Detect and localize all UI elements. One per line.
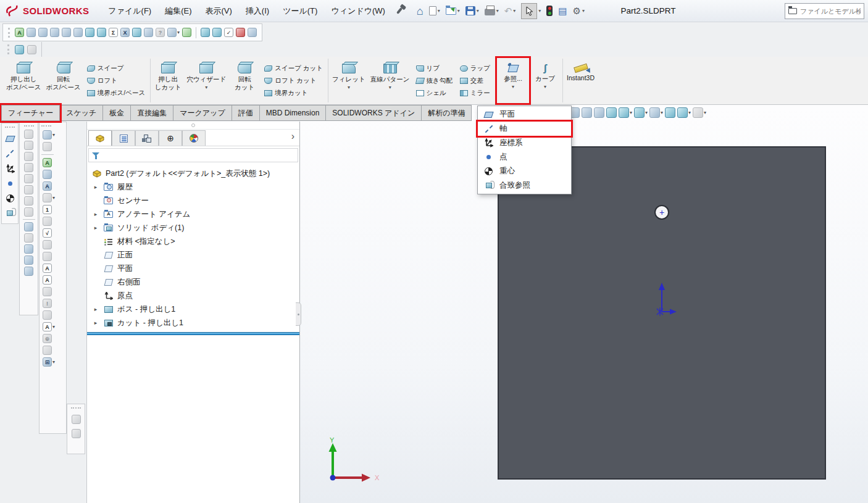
menu-file[interactable]: ファイル(F) bbox=[101, 2, 158, 20]
assembly-visualization-icon[interactable] bbox=[201, 28, 210, 37]
geometry-check-icon[interactable] bbox=[85, 28, 94, 37]
mate-diagnostics-icon[interactable] bbox=[27, 45, 36, 54]
view-top-icon[interactable] bbox=[24, 174, 33, 183]
expand-arrow-icon[interactable] bbox=[93, 211, 99, 217]
dropdown-arrow-icon[interactable]: ▾ bbox=[52, 359, 55, 365]
datum-tag-icon[interactable]: A bbox=[43, 264, 52, 273]
view-isometric-icon[interactable] bbox=[24, 196, 33, 206]
tab-analysis-preparation[interactable]: 解析の準備 bbox=[422, 105, 472, 121]
tree-item-annotations[interactable]: アノテート アイテム bbox=[87, 207, 299, 221]
dropdown-arrow-icon[interactable]: ▾ bbox=[661, 110, 663, 115]
apply-scene-icon[interactable]: ▾ bbox=[677, 107, 691, 118]
coordinate-system-icon[interactable] bbox=[5, 164, 15, 173]
process-step-icon[interactable] bbox=[72, 429, 81, 438]
expand-arrow-icon[interactable] bbox=[93, 320, 99, 326]
panel-collapse-handle[interactable] bbox=[296, 302, 301, 326]
magnifier-icon[interactable] bbox=[43, 217, 52, 226]
tab-sketch[interactable]: スケッチ bbox=[60, 105, 103, 121]
dropdown-arrow-icon[interactable]: ▾ bbox=[348, 84, 350, 91]
smart-dimension-icon[interactable]: ▾ bbox=[43, 130, 55, 139]
dropdown-arrow-icon[interactable]: ▾ bbox=[457, 8, 460, 14]
dropdown-arrow-icon[interactable]: ▾ bbox=[538, 8, 541, 14]
tree-root-part[interactable]: Part2 (デフォルト<<デフォルト>_表示状態 1>) bbox=[87, 167, 299, 180]
feature-check-icon[interactable] bbox=[97, 28, 106, 37]
extrude-cut-button[interactable]: 押し出 しカット bbox=[152, 58, 184, 103]
tab-direct-editing[interactable]: 直接編集 bbox=[131, 105, 173, 121]
view-front-icon[interactable] bbox=[24, 130, 33, 139]
tree-filter-bar[interactable] bbox=[88, 148, 298, 162]
thickness-analysis-icon[interactable] bbox=[144, 28, 153, 37]
hole-wizard-button[interactable]: 穴ウィザード ▾ bbox=[184, 58, 228, 103]
expand-arrow-icon[interactable] bbox=[93, 225, 99, 231]
linear-pattern-button[interactable]: 直線パターン ▾ bbox=[368, 58, 412, 103]
view-left-icon[interactable] bbox=[24, 152, 33, 161]
loft-button[interactable]: ロフト bbox=[87, 76, 145, 86]
home-icon[interactable]: ⌂ bbox=[417, 6, 424, 16]
display-style-icon[interactable]: ▾ bbox=[619, 107, 632, 118]
tab-configuration-manager[interactable] bbox=[135, 130, 159, 146]
equations-icon[interactable]: Σ bbox=[109, 28, 118, 37]
interference-detection-icon[interactable]: X bbox=[120, 28, 130, 37]
format-painter-icon[interactable] bbox=[43, 170, 52, 179]
design-checker-icon[interactable]: ✓ bbox=[224, 28, 233, 37]
intersect-button[interactable]: 交差 bbox=[460, 76, 490, 86]
section-properties-icon[interactable] bbox=[50, 28, 59, 37]
projected-view-icon[interactable] bbox=[43, 240, 52, 249]
check-spelling-icon[interactable]: √ bbox=[43, 228, 52, 238]
center-mark-icon[interactable]: ⊕ bbox=[43, 334, 52, 343]
reference-geometry-button[interactable]: 参照... ▾ bbox=[497, 58, 529, 103]
tree-item-cut-extrude[interactable]: カット - 押し出し1 bbox=[87, 316, 299, 330]
hole-feature[interactable] bbox=[654, 205, 669, 220]
dropdown-arrow-icon[interactable]: ▾ bbox=[477, 8, 479, 14]
menu-window[interactable]: ウィンドウ(W) bbox=[324, 2, 391, 20]
display-states-icon[interactable] bbox=[24, 244, 33, 254]
paste-appearance-icon[interactable] bbox=[24, 267, 33, 276]
auto-dimension-icon[interactable] bbox=[43, 142, 52, 151]
view-settings-icon[interactable]: ▾ bbox=[693, 107, 706, 118]
new-document-icon[interactable]: ▾ bbox=[429, 6, 440, 15]
tab-display-manager[interactable] bbox=[182, 130, 206, 146]
dropdown-arrow-icon[interactable]: ▾ bbox=[704, 110, 706, 115]
tree-item-sensors[interactable]: センサー bbox=[87, 194, 299, 207]
view-orientation-icon[interactable] bbox=[606, 107, 617, 118]
tree-item-right-plane[interactable]: 右側面 bbox=[87, 275, 299, 289]
sensors-tool-icon[interactable]: ▾ bbox=[167, 28, 180, 37]
center-of-mass-icon[interactable] bbox=[5, 193, 15, 203]
dropdown-arrow-icon[interactable]: ▾ bbox=[513, 8, 515, 14]
fillet-button[interactable]: フィレット ▾ bbox=[330, 58, 368, 103]
weld-bead-icon[interactable] bbox=[43, 287, 52, 296]
dropdown-arrow-icon[interactable]: ▾ bbox=[645, 110, 648, 115]
tab-dimxpert-manager[interactable]: ⊕ bbox=[159, 130, 182, 146]
search-box[interactable] bbox=[785, 3, 864, 19]
view-back-icon[interactable] bbox=[24, 141, 33, 150]
view-dimetric-icon[interactable] bbox=[24, 207, 33, 217]
rollback-bar[interactable] bbox=[87, 332, 299, 335]
zoom-area-icon[interactable] bbox=[582, 107, 592, 118]
view-cube-icon[interactable]: ▾ bbox=[634, 107, 648, 118]
wrap-button[interactable]: ラップ bbox=[460, 64, 490, 73]
plane-icon[interactable] bbox=[5, 134, 15, 144]
tab-solidworks-addins[interactable]: SOLIDWORKS アドイン bbox=[326, 105, 422, 121]
expand-panel-icon[interactable]: › bbox=[291, 131, 294, 142]
copy-appearance-icon[interactable] bbox=[24, 256, 33, 265]
mass-properties-icon[interactable] bbox=[38, 28, 48, 37]
tree-item-solid-bodies[interactable]: ソリッド ボディ(1) bbox=[87, 221, 299, 235]
error-check-icon[interactable]: ! bbox=[43, 299, 52, 308]
save-icon[interactable]: ▾ bbox=[465, 6, 479, 15]
tab-property-manager[interactable] bbox=[112, 130, 135, 146]
graphics-viewport[interactable]: ▾▾▾▾▾ Y X bbox=[300, 105, 868, 503]
shell-button[interactable]: シェル bbox=[416, 88, 453, 98]
search-input[interactable] bbox=[800, 7, 861, 15]
dropdown-arrow-icon[interactable]: ▾ bbox=[512, 83, 514, 91]
boundary-cut-button[interactable]: 境界カット bbox=[264, 88, 323, 98]
menu-edit[interactable]: 編集(E) bbox=[158, 2, 198, 20]
dropdown-arrow-icon[interactable]: ▾ bbox=[177, 30, 180, 35]
menu-item-coordinate-system[interactable]: 座標系 bbox=[478, 136, 571, 150]
select-cursor-icon[interactable]: ▾ bbox=[521, 3, 541, 19]
expand-arrow-icon[interactable] bbox=[93, 306, 99, 312]
section-view-icon[interactable] bbox=[594, 107, 604, 118]
tab-sheet-metal[interactable]: 板金 bbox=[103, 105, 131, 121]
dropdown-arrow-icon[interactable]: ▾ bbox=[205, 84, 207, 91]
sweep-cut-button[interactable]: スイープ カット bbox=[264, 64, 323, 73]
revision-note-icon[interactable]: A▾ bbox=[43, 322, 55, 331]
